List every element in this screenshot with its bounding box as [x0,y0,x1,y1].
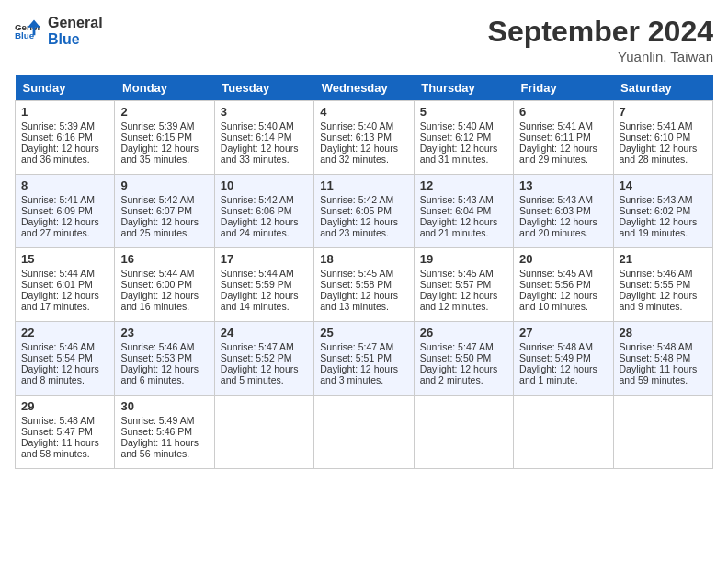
day-number: 12 [420,178,507,192]
day-number: 14 [620,178,707,192]
table-row: 10Sunrise: 5:42 AMSunset: 6:06 PMDayligh… [214,175,313,248]
logo-blue: Blue [48,31,103,48]
day-number: 8 [21,178,108,192]
table-row: 3Sunrise: 5:40 AMSunset: 6:14 PMDaylight… [214,101,313,175]
day-number: 11 [320,178,407,192]
day-number: 9 [120,178,208,192]
table-row: 9Sunrise: 5:42 AMSunset: 6:07 PMDaylight… [115,175,214,248]
day-number: 30 [120,399,208,413]
table-row: 27Sunrise: 5:48 AMSunset: 5:49 PMDayligh… [514,322,613,396]
col-friday: Friday [514,75,613,101]
table-row: 20Sunrise: 5:45 AMSunset: 5:56 PMDayligh… [514,248,613,322]
calendar-table: Sunday Monday Tuesday Wednesday Thursday… [15,75,713,469]
svg-text:Blue: Blue [15,30,35,40]
col-wednesday: Wednesday [314,75,414,101]
day-number: 29 [21,399,108,413]
table-row: 26Sunrise: 5:47 AMSunset: 5:50 PMDayligh… [414,322,513,396]
col-saturday: Saturday [613,75,712,101]
day-number: 4 [320,105,407,119]
table-row: 2Sunrise: 5:39 AMSunset: 6:15 PMDaylight… [115,101,214,175]
day-number: 2 [120,105,208,119]
month-title: September 2024 [488,15,713,49]
table-row [414,396,513,469]
day-number: 26 [420,326,507,339]
table-row: 18Sunrise: 5:45 AMSunset: 5:58 PMDayligh… [314,248,414,322]
day-number: 16 [120,252,208,266]
title-area: September 2024 Yuanlin, Taiwan [488,15,713,64]
table-row [214,396,313,469]
table-row: 11Sunrise: 5:42 AMSunset: 6:05 PMDayligh… [314,175,414,248]
day-number: 18 [320,252,407,266]
day-number: 5 [420,105,507,119]
col-tuesday: Tuesday [214,75,313,101]
table-row: 17Sunrise: 5:44 AMSunset: 5:59 PMDayligh… [214,248,313,322]
logo: General Blue General Blue [15,15,103,47]
table-row: 7Sunrise: 5:41 AMSunset: 6:10 PMDaylight… [613,101,712,175]
table-row: 23Sunrise: 5:46 AMSunset: 5:53 PMDayligh… [115,322,214,396]
day-number: 19 [420,252,507,266]
day-number: 21 [620,252,707,266]
day-number: 23 [120,326,208,339]
day-number: 25 [320,326,407,339]
day-number: 6 [519,105,607,119]
table-row: 29Sunrise: 5:48 AMSunset: 5:47 PMDayligh… [16,396,115,469]
col-monday: Monday [115,75,214,101]
table-row: 6Sunrise: 5:41 AMSunset: 6:11 PMDaylight… [514,101,613,175]
day-number: 17 [221,252,308,266]
day-number: 15 [21,252,108,266]
table-row: 19Sunrise: 5:45 AMSunset: 5:57 PMDayligh… [414,248,513,322]
table-row [613,396,712,469]
table-row: 14Sunrise: 5:43 AMSunset: 6:02 PMDayligh… [613,175,712,248]
location-title: Yuanlin, Taiwan [488,49,713,64]
day-number: 27 [519,326,607,339]
table-row: 16Sunrise: 5:44 AMSunset: 6:00 PMDayligh… [115,248,214,322]
logo-general: General [48,15,103,31]
day-number: 20 [519,252,607,266]
table-row: 4Sunrise: 5:40 AMSunset: 6:13 PMDaylight… [314,101,414,175]
day-number: 22 [21,326,108,339]
table-row: 12Sunrise: 5:43 AMSunset: 6:04 PMDayligh… [414,175,513,248]
table-row [314,396,414,469]
day-number: 1 [21,105,108,119]
header: General Blue General Blue September 2024… [15,15,713,64]
day-number: 13 [519,178,607,192]
table-row [514,396,613,469]
day-number: 3 [221,105,308,119]
table-row: 13Sunrise: 5:43 AMSunset: 6:03 PMDayligh… [514,175,613,248]
table-row: 25Sunrise: 5:47 AMSunset: 5:51 PMDayligh… [314,322,414,396]
table-row: 5Sunrise: 5:40 AMSunset: 6:12 PMDaylight… [414,101,513,175]
logo-icon: General Blue [15,18,40,44]
table-row: 30Sunrise: 5:49 AMSunset: 5:46 PMDayligh… [115,396,214,469]
day-number: 10 [221,178,308,192]
table-row: 22Sunrise: 5:46 AMSunset: 5:54 PMDayligh… [16,322,115,396]
table-row: 8Sunrise: 5:41 AMSunset: 6:09 PMDaylight… [16,175,115,248]
col-thursday: Thursday [414,75,513,101]
table-row: 21Sunrise: 5:46 AMSunset: 5:55 PMDayligh… [613,248,712,322]
table-row: 15Sunrise: 5:44 AMSunset: 6:01 PMDayligh… [16,248,115,322]
table-row: 1Sunrise: 5:39 AMSunset: 6:16 PMDaylight… [16,101,115,175]
col-sunday: Sunday [16,75,115,101]
day-number: 7 [620,105,707,119]
day-number: 24 [221,326,308,339]
table-row: 28Sunrise: 5:48 AMSunset: 5:48 PMDayligh… [613,322,712,396]
day-number: 28 [620,326,707,339]
table-row: 24Sunrise: 5:47 AMSunset: 5:52 PMDayligh… [214,322,313,396]
